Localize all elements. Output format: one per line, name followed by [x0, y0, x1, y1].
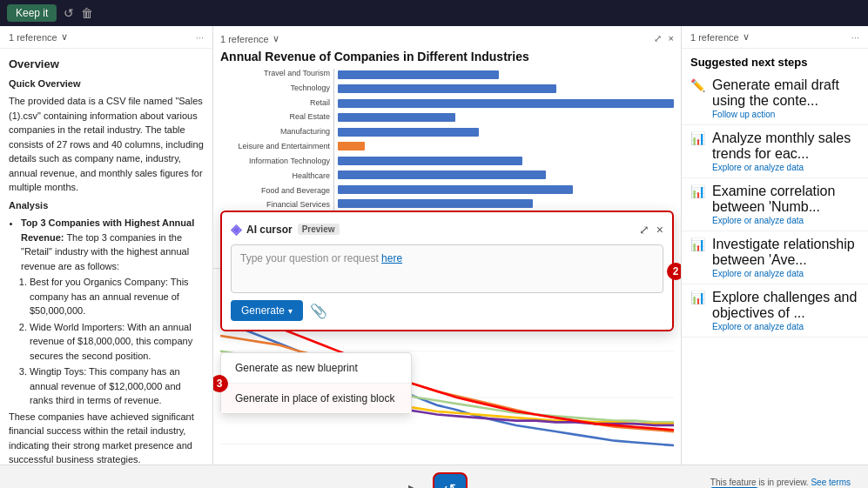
y-label-8: Food and Beverage: [220, 186, 330, 195]
bar-row-8: [338, 184, 674, 196]
ai-cursor-action-icons: ⤢ ×: [639, 223, 663, 237]
bar-row-1: [338, 83, 674, 95]
keep-it-label: Keep it: [16, 7, 48, 19]
bar-0: [338, 70, 499, 79]
preview-text-row: This feature is in preview. See terms: [710, 478, 851, 487]
right-panel-more-icon[interactable]: ···: [851, 32, 859, 43]
left-chevron-icon[interactable]: ∨: [61, 31, 68, 43]
bar-3: [338, 113, 455, 122]
generate-in-place-label: Generate in place of existing block: [235, 392, 394, 404]
refresh-icon[interactable]: ↺: [64, 6, 74, 20]
suggestion-sub-1: Explore or analyze data: [712, 163, 859, 172]
suggestion-sub-0: Follow up action: [712, 110, 859, 119]
y-label-3: Real Estate: [220, 112, 330, 121]
chart-ref-row: 1 reference ∨: [220, 33, 279, 44]
suggestion-icon-0: ✏️: [690, 78, 705, 92]
suggestion-sub-4: Explore or analyze data: [712, 322, 859, 331]
suggestion-sub-3: Explore or analyze data: [712, 269, 859, 278]
analysis-conclusion: These companies have achieved significan…: [9, 410, 204, 465]
generate-new-blueprint-item[interactable]: Generate as new blueprint: [221, 353, 411, 384]
keep-it-button[interactable]: Keep it: [7, 4, 57, 22]
main-content: 1 reference ∨ ··· Overview Quick Overvie…: [0, 26, 868, 465]
play-button[interactable]: ▶: [401, 478, 426, 489]
overview-title: Overview: [9, 56, 204, 73]
right-panel-reference: 1 reference: [690, 32, 739, 43]
right-panel-header: 1 reference ∨ ···: [682, 26, 868, 49]
generate-in-place-item[interactable]: Generate in place of existing block: [221, 384, 411, 413]
y-label-0: Travel and Tourism: [220, 69, 330, 77]
suggestion-title-2: Examine correlation between 'Numb...: [712, 184, 859, 215]
ai-cursor-input-area[interactable]: Type your question or request here: [231, 244, 663, 293]
suggestion-icon-1: 📊: [690, 131, 705, 145]
chart-header-icons: ⤢ ×: [654, 33, 674, 44]
ai-cursor-title-row: ◈ AI cursor Preview: [231, 221, 340, 237]
suggestion-item-0[interactable]: ✏️ Generate email draft using the conte.…: [682, 72, 868, 125]
ai-cursor-title-text: AI cursor: [246, 224, 293, 236]
bar-row-9: [338, 197, 674, 210]
suggestion-icon-2: 📊: [690, 184, 705, 198]
quick-overview-heading: Quick Overview: [9, 78, 81, 89]
chart-title: Annual Revenue of Companies in Different…: [220, 50, 674, 64]
suggestion-item-3[interactable]: 📊 Investigate relationship between 'Ave.…: [682, 231, 868, 284]
suggestion-item-1[interactable]: 📊 Analyze monthly sales trends for eac..…: [682, 125, 868, 178]
bar-row-7: [338, 169, 674, 181]
chart-reference: 1 reference: [220, 34, 269, 44]
company-2: Wide World Importers: With an annual rev…: [30, 320, 204, 364]
attach-icon[interactable]: 📎: [310, 303, 327, 319]
bar-row-0: [338, 69, 674, 81]
left-panel-reference: 1 reference: [9, 32, 57, 43]
generate-new-blueprint-label: Generate as new blueprint: [235, 362, 358, 374]
ai-cursor-footer: Generate ▾ 📎: [231, 300, 663, 321]
bar-9: [338, 199, 533, 208]
y-label-5: Leisure and Entertainment: [220, 142, 330, 150]
y-label-9: Financial Services: [220, 200, 330, 209]
bar-4: [338, 128, 479, 137]
bar-row-3: [338, 111, 674, 124]
middle-panel: 1 reference ∨ ⤢ × Annual Revenue of Comp…: [213, 26, 681, 465]
see-terms-link[interactable]: See terms: [811, 478, 851, 487]
bottom-bar-right: This feature is in preview. See terms 电脑…: [710, 478, 851, 489]
suggestion-text-3: Investigate relationship between 'Ave...…: [712, 237, 859, 278]
right-panel: 1 reference ∨ ··· Suggested next steps ✏…: [681, 26, 868, 465]
bar-2: [338, 99, 674, 108]
bar-1: [338, 84, 556, 93]
bar-row-4: [338, 126, 674, 138]
generate-chevron-icon: ▾: [288, 306, 293, 316]
ai-cursor-link[interactable]: here: [381, 252, 402, 264]
left-panel-ref-row: 1 reference ∨: [9, 31, 68, 43]
suggestion-item-2[interactable]: 📊 Examine correlation between 'Numb... E…: [682, 178, 868, 231]
generate-button[interactable]: Generate ▾: [231, 300, 303, 321]
bar-7: [338, 170, 546, 179]
trash-icon[interactable]: 🗑: [81, 6, 93, 20]
chart-expand-icon[interactable]: ⤢: [654, 33, 662, 44]
bottom-bar: ▶ ↺ 1 This feature is in preview. See te…: [0, 465, 868, 488]
suggestion-text-1: Analyze monthly sales trends for eac... …: [712, 130, 859, 172]
analysis-list: Top 3 Companies with Highest Annual Reve…: [21, 216, 204, 408]
suggestion-item-4[interactable]: 📊 Explore challenges and objectives of .…: [682, 284, 868, 338]
y-label-4: Manufacturing: [220, 127, 330, 136]
left-panel-more-icon[interactable]: ···: [196, 32, 204, 43]
chart-ref-chevron[interactable]: ∨: [273, 33, 279, 44]
left-panel: 1 reference ∨ ··· Overview Quick Overvie…: [0, 26, 213, 465]
y-label-2: Retail: [220, 98, 330, 107]
badge-2: 2: [667, 263, 681, 280]
chart-close-icon[interactable]: ×: [669, 33, 674, 44]
suggestion-title-0: Generate email draft using the conte...: [712, 77, 859, 109]
bar-8: [338, 185, 573, 194]
bar-row-2: [338, 97, 674, 110]
quick-overview-text: The provided data is a CSV file named "S…: [9, 94, 204, 195]
bar-5: [338, 142, 365, 150]
company-1: Best for you Organics Company: This comp…: [30, 275, 204, 318]
analysis-heading: Analysis: [9, 200, 48, 211]
y-label-6: Information Technology: [220, 157, 330, 165]
ai-cursor-placeholder-text: Type your question or request: [240, 252, 381, 264]
ai-cursor-launch-button[interactable]: ↺ 1: [433, 472, 468, 489]
ai-cursor-expand-icon[interactable]: ⤢: [639, 223, 649, 237]
company-3: Wingtip Toys: This company has an annual…: [30, 364, 204, 408]
right-chevron-icon[interactable]: ∨: [743, 31, 750, 43]
suggestion-title-4: Explore challenges and objectives of ...: [712, 290, 859, 321]
ai-cursor-close-icon[interactable]: ×: [656, 223, 663, 237]
suggestion-title-3: Investigate relationship between 'Ave...: [712, 237, 859, 268]
right-panel-title: Suggested next steps: [682, 49, 868, 72]
bottom-bar-center: ▶ ↺ 1: [401, 472, 468, 489]
